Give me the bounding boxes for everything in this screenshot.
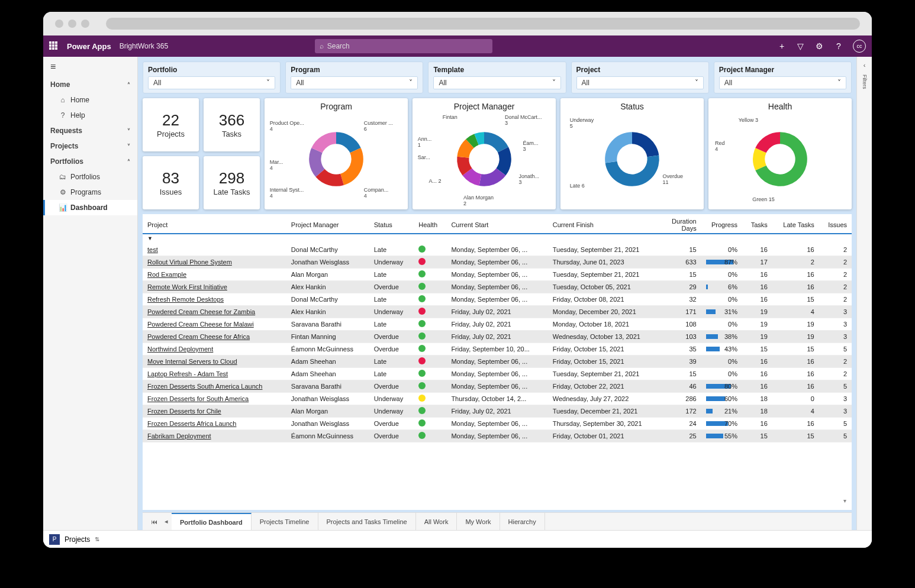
table-row[interactable]: Frozen Desserts for South America Jonath… [143, 393, 852, 405]
filter-select[interactable]: All˅ [148, 76, 275, 89]
add-icon[interactable]: + [777, 41, 787, 51]
cell-progress: 6% [701, 281, 742, 293]
table-row[interactable]: Powdered Cream Cheese for Zambia Alex Ha… [143, 306, 852, 318]
environment-name[interactable]: BrightWork 365 [120, 42, 168, 50]
tab-nav-first[interactable]: ⏮ [147, 518, 161, 525]
project-link[interactable]: Rod Example [147, 271, 186, 278]
url-bar[interactable] [106, 18, 860, 30]
sidebar-group[interactable]: Home˄ [43, 77, 137, 92]
column-header[interactable]: Progress [701, 214, 742, 234]
kpi-card[interactable]: 366Tasks [204, 98, 260, 151]
project-link[interactable]: Refresh Remote Desktops [147, 296, 224, 303]
cell-progress: 60% [701, 393, 742, 405]
sort-indicator-icon[interactable]: ▼ [147, 235, 153, 241]
project-link[interactable]: Northwind Deployment [147, 345, 213, 353]
cell-pm: Alan Morgan [286, 269, 369, 281]
app-launcher-icon[interactable] [49, 41, 59, 51]
filter-select[interactable]: All˅ [433, 76, 560, 89]
scroll-indicator[interactable]: ▴▾ [843, 238, 850, 504]
sidebar-item[interactable]: ⚙Programs [43, 185, 137, 200]
table-row[interactable]: Rollout Virtual Phone System Jonathan We… [143, 256, 852, 269]
sidebar-group[interactable]: Portfolios˄ [43, 154, 137, 169]
table-row[interactable]: Powdered Cream Cheese for Africa Fintan … [143, 331, 852, 343]
project-link[interactable]: Remote Work First Initiative [147, 283, 227, 290]
sheet-tab[interactable]: My Work [457, 513, 500, 530]
search-input[interactable]: ⌕ Search [315, 39, 492, 53]
sheet-tab[interactable]: Portfolio Dashboard [172, 513, 252, 530]
project-link[interactable]: Frozen Desserts South America Launch [147, 383, 262, 390]
sidebar-item[interactable]: ⌂Home [43, 92, 137, 108]
table-row[interactable]: Frozen Desserts for Chile Alan Morgan Un… [143, 405, 852, 418]
project-link[interactable]: Powdered Cream Cheese for Zambia [147, 308, 255, 315]
updown-icon[interactable]: ⇅ [95, 536, 99, 542]
filter-select[interactable]: All˅ [719, 76, 846, 89]
table-row[interactable]: Remote Work First Initiative Alex Hankin… [143, 281, 852, 293]
tab-nav-prev[interactable]: ◂ [161, 518, 172, 525]
project-link[interactable]: Frozen Desserts for South America [147, 395, 249, 402]
table-row[interactable]: Northwind Deployment Éamonn McGuinness O… [143, 343, 852, 356]
column-header[interactable]: Current Start [446, 214, 547, 234]
column-header[interactable]: Tasks [742, 214, 772, 234]
sheet-tab[interactable]: Projects Timeline [252, 513, 318, 530]
column-header[interactable]: Current Finish [548, 214, 662, 234]
column-header[interactable]: Status [369, 214, 414, 234]
table-row[interactable]: Laptop Refresh - Adam Test Adam Sheehan … [143, 368, 852, 380]
filter-rail[interactable]: ‹ Filters [856, 57, 872, 530]
cell-pm: Fintan Manning [286, 331, 369, 343]
project-link[interactable]: test [147, 246, 158, 253]
sheet-tab[interactable]: All Work [416, 513, 458, 530]
table-row[interactable]: Rod Example Alan Morgan Late Monday, Sep… [143, 269, 852, 281]
sidebar-item[interactable]: 🗂Portfolios [43, 169, 137, 185]
settings-icon[interactable]: ⚙ [815, 41, 824, 51]
table-row[interactable]: Frozen Desserts Africa Launch Jonathan W… [143, 418, 852, 430]
project-link[interactable]: Powdered Cream Cheese for Africa [147, 333, 250, 340]
column-header[interactable]: DurationDays [662, 214, 701, 234]
sidebar-group[interactable]: Projects˅ [43, 138, 137, 154]
table-row[interactable]: test Donal McCarthy Late Monday, Septemb… [143, 244, 852, 256]
cell-pm: Alan Morgan [286, 405, 369, 418]
sidebar-item[interactable]: ?Help [43, 108, 137, 123]
project-link[interactable]: Laptop Refresh - Adam Test [147, 370, 228, 377]
sheet-tab[interactable]: Projects and Tasks Timeline [318, 513, 416, 530]
column-header[interactable]: Project [143, 214, 286, 234]
chart-card[interactable]: Project Manager Donal McCart...3Éam...3J… [413, 98, 556, 209]
cell-pm: Saravana Barathi [286, 380, 369, 393]
column-header[interactable]: Late Tasks [772, 214, 819, 234]
table-row[interactable]: Move Internal Servers to Cloud Adam Shee… [143, 356, 852, 368]
cell-tasks: 16 [742, 293, 772, 306]
project-table[interactable]: ▴▾ ProjectProject ManagerStatusHealthCur… [143, 214, 852, 510]
project-link[interactable]: Frozen Desserts for Chile [147, 408, 221, 415]
column-header[interactable]: Health [414, 214, 446, 234]
projects-icon[interactable]: P [49, 534, 60, 545]
project-link[interactable]: Move Internal Servers to Cloud [147, 358, 237, 365]
filter-select[interactable]: All˅ [291, 76, 418, 89]
sidebar-item[interactable]: 📊Dashboard [43, 200, 137, 215]
sidebar-group[interactable]: Requests˅ [43, 123, 137, 138]
bottom-label[interactable]: Projects [65, 535, 90, 544]
table-row[interactable]: Powdered Cream Cheese for Malawi Saravan… [143, 318, 852, 331]
help-icon[interactable]: ? [834, 41, 843, 51]
app-topbar: Power Apps BrightWork 365 ⌕ Search + ▽ ⚙… [43, 35, 872, 57]
project-link[interactable]: Fabrikam Deployment [147, 432, 211, 440]
table-row[interactable]: Fabrikam Deployment Éamonn McGuinness Ov… [143, 430, 852, 442]
user-avatar[interactable]: cc [853, 40, 866, 53]
table-row[interactable]: Frozen Desserts South America Launch Sar… [143, 380, 852, 393]
chart-title: Project Manager [454, 102, 515, 111]
project-link[interactable]: Frozen Desserts Africa Launch [147, 420, 236, 427]
chart-card[interactable]: Health Yellow 3Red4Green 15 [708, 98, 852, 209]
filter-select[interactable]: All˅ [576, 76, 704, 89]
column-header[interactable]: Issues [819, 214, 852, 234]
filter-icon[interactable]: ▽ [796, 41, 806, 51]
hamburger-icon[interactable]: ≡ [43, 57, 137, 77]
table-row[interactable]: Refresh Remote Desktops Donal McCarthy L… [143, 293, 852, 306]
chart-card[interactable]: Status Underway5Overdue11Late 6 [560, 98, 704, 209]
chart-card[interactable]: Program Product Ope...4Customer ...6Comp… [265, 98, 408, 209]
chevron-left-icon[interactable]: ‹ [864, 62, 866, 69]
sheet-tab[interactable]: Hierarchy [500, 513, 545, 530]
kpi-card[interactable]: 22Projects [143, 98, 199, 151]
project-link[interactable]: Powdered Cream Cheese for Malawi [147, 321, 254, 328]
column-header[interactable]: Project Manager [286, 214, 369, 234]
kpi-card[interactable]: 83Issues [143, 156, 199, 209]
project-link[interactable]: Rollout Virtual Phone System [147, 259, 232, 266]
kpi-card[interactable]: 298Late Tasks [204, 156, 260, 209]
